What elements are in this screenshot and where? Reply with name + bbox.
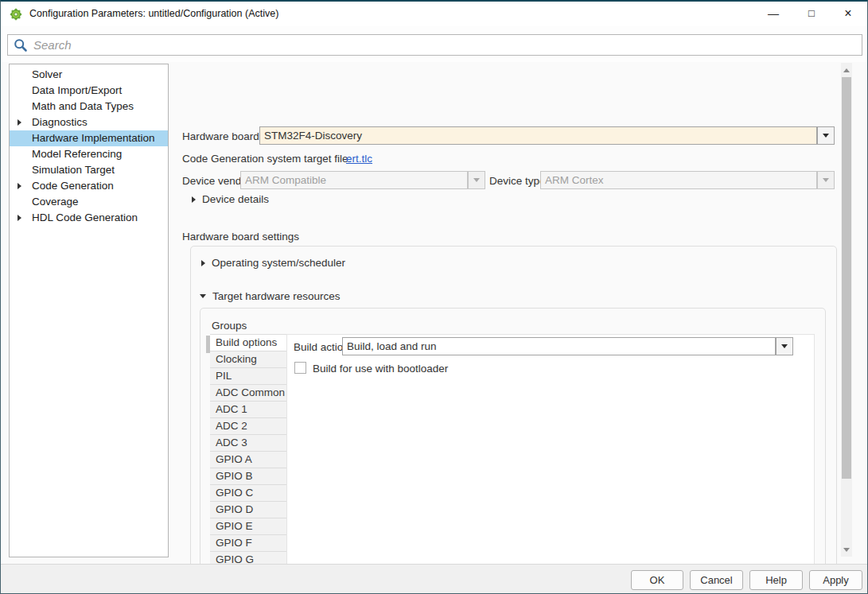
- group-tab-gpio-f[interactable]: GPIO F: [210, 534, 286, 551]
- minimize-button[interactable]: —: [759, 2, 788, 26]
- group-tab-gpio-d[interactable]: GPIO D: [210, 501, 286, 518]
- expand-down-icon: [200, 294, 206, 298]
- device-vendor-combo-field: ARM Compatible: [240, 171, 468, 189]
- device-vendor-dropdown-button: [468, 171, 485, 189]
- scrollbar-thumb[interactable]: [842, 77, 851, 479]
- device-details-label: Device details: [202, 193, 269, 205]
- configuration-parameters-dialog: Configuration Parameters: untitled/Confi…: [0, 0, 868, 594]
- ert-tlc-link[interactable]: ert.tlc: [346, 153, 372, 165]
- apply-button[interactable]: Apply: [809, 570, 862, 590]
- groups-tablist: Build optionsClockingPILADC CommonADC 1A…: [210, 334, 286, 594]
- device-type-dropdown-button: [817, 171, 835, 189]
- sidebar-item-label: HDL Code Generation: [10, 210, 168, 226]
- group-tab-clocking[interactable]: Clocking: [210, 351, 286, 367]
- search-placeholder: Search: [33, 35, 72, 55]
- group-tab-pil[interactable]: PIL: [210, 367, 286, 384]
- expand-right-icon[interactable]: [18, 183, 21, 189]
- expand-right-icon[interactable]: [18, 215, 21, 221]
- group-tab-gpio-b[interactable]: GPIO B: [210, 468, 286, 484]
- footer-bar: OK Cancel Help Apply: [1, 564, 867, 594]
- vertical-scrollbar[interactable]: [841, 63, 852, 557]
- group-tab-adc-2[interactable]: ADC 2: [210, 417, 286, 434]
- sidebar-item-label: Diagnostics: [10, 115, 168, 130]
- operating-system-label: Operating system/scheduler: [212, 257, 345, 269]
- window-title: Configuration Parameters: untitled/Confi…: [29, 2, 278, 26]
- sidebar-item-simulation-target[interactable]: Simulation Target: [10, 162, 168, 178]
- group-tab-build-options[interactable]: Build options: [210, 334, 286, 351]
- group-tab-gpio-e[interactable]: GPIO E: [210, 518, 286, 534]
- sidebar-item-math-and-data-types[interactable]: Math and Data Types: [10, 99, 168, 115]
- chevron-down-icon: [823, 178, 829, 182]
- title-bar: Configuration Parameters: untitled/Confi…: [1, 2, 867, 26]
- chevron-down-icon: [823, 134, 829, 138]
- sidebar-item-label: Solver: [10, 67, 168, 83]
- hardware-board-label: Hardware board:: [182, 130, 263, 142]
- main-area: SolverData Import/ExportMath and Data Ty…: [1, 62, 867, 564]
- expand-right-icon[interactable]: [18, 119, 21, 126]
- sidebar-item-model-referencing[interactable]: Model Referencing: [10, 146, 168, 162]
- hardware-board-combo-field[interactable]: STM32F4-Discovery: [259, 126, 817, 145]
- ok-button[interactable]: OK: [631, 570, 683, 590]
- group-tab-gpio-c[interactable]: GPIO C: [210, 484, 286, 501]
- operating-system-collapser[interactable]: Operating system/scheduler: [201, 257, 345, 269]
- sidebar-item-coverage[interactable]: Coverage: [10, 194, 168, 210]
- expand-right-icon: [201, 260, 205, 266]
- chevron-down-icon: [781, 344, 788, 348]
- hardware-board-settings-heading: Hardware board settings: [182, 231, 299, 243]
- search-icon: [14, 38, 28, 52]
- target-hardware-resources-collapser[interactable]: Target hardware resources: [200, 290, 341, 302]
- sidebar-item-solver[interactable]: Solver: [10, 67, 168, 83]
- sidebar-tree: SolverData Import/ExportMath and Data Ty…: [9, 64, 169, 557]
- group-tab-adc-common[interactable]: ADC Common: [210, 384, 286, 401]
- close-button[interactable]: ×: [834, 2, 862, 26]
- sidebar-item-diagnostics[interactable]: Diagnostics: [10, 115, 168, 130]
- expand-right-icon: [192, 196, 196, 203]
- simulink-gear-icon: [10, 8, 22, 21]
- sidebar-item-label: Data Import/Export: [10, 83, 168, 99]
- device-type-combo-field: ARM Cortex: [540, 171, 817, 189]
- group-tab-gpio-a[interactable]: GPIO A: [210, 451, 286, 468]
- target-hardware-resources-label: Target hardware resources: [212, 290, 341, 302]
- sidebar-item-label: Math and Data Types: [10, 99, 168, 115]
- system-target-file-label: Code Generation system target file:: [182, 153, 351, 165]
- search-input[interactable]: Search: [7, 34, 862, 56]
- scroll-down-icon[interactable]: [841, 544, 852, 555]
- cancel-button[interactable]: Cancel: [690, 570, 743, 590]
- build-action-dropdown-button[interactable]: [776, 337, 793, 355]
- sidebar-item-label: Hardware Implementation: [10, 130, 168, 146]
- bootloader-checkbox[interactable]: [294, 362, 306, 374]
- group-tab-adc-1[interactable]: ADC 1: [210, 401, 286, 417]
- scroll-up-icon[interactable]: [841, 64, 852, 76]
- groups-label: Groups: [212, 320, 247, 332]
- search-row: Search: [1, 26, 867, 62]
- chevron-down-icon: [473, 178, 480, 182]
- sidebar-item-label: Simulation Target: [10, 162, 168, 178]
- sidebar-item-label: Coverage: [10, 194, 168, 210]
- device-details-collapser[interactable]: Device details: [192, 193, 269, 205]
- build-action-combo-field[interactable]: Build, load and run: [342, 337, 776, 355]
- maximize-button[interactable]: □: [797, 2, 826, 26]
- sidebar-item-data-import-export[interactable]: Data Import/Export: [10, 83, 168, 99]
- sidebar-item-hdl-code-generation[interactable]: HDL Code Generation: [10, 210, 168, 226]
- hardware-board-dropdown-button[interactable]: [817, 126, 835, 145]
- sidebar-item-hardware-implementation[interactable]: Hardware Implementation: [10, 130, 168, 146]
- group-tab-adc-3[interactable]: ADC 3: [210, 434, 286, 451]
- sidebar-item-label: Model Referencing: [10, 146, 168, 162]
- bootloader-checkbox-label: Build for use with bootloader: [313, 363, 448, 375]
- sidebar-item-code-generation[interactable]: Code Generation: [10, 178, 168, 194]
- sidebar-item-label: Code Generation: [10, 178, 168, 194]
- help-button[interactable]: Help: [749, 570, 803, 590]
